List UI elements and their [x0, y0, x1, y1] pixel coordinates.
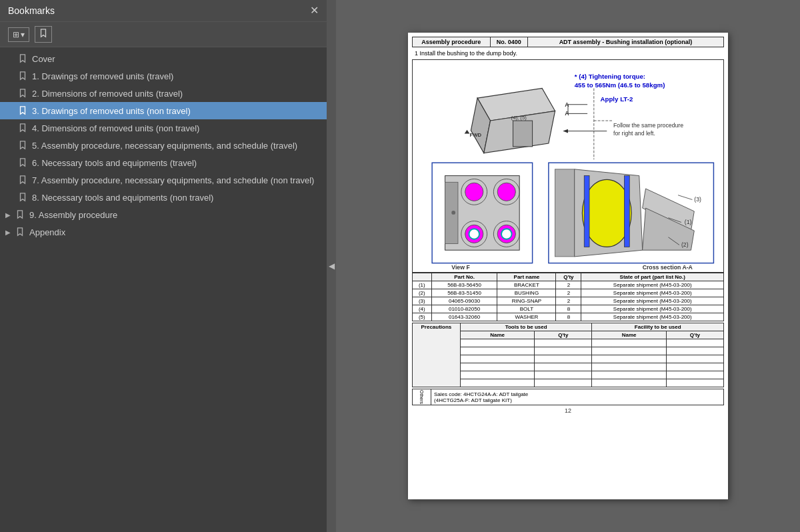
bookmark-item-appendix[interactable]: ▶ Appendix — [0, 223, 327, 241]
svg-point-38 — [582, 179, 631, 247]
bookmark-label: 4. Dimensions of removed units (non trav… — [32, 123, 321, 133]
sidebar-toolbar: ⊞ ▾ — [0, 22, 327, 47]
part-state: Separate shipment (M45-03-200) — [581, 297, 724, 305]
svg-text:(1): (1) — [685, 219, 692, 225]
part-name: RING-SNAP — [497, 297, 556, 305]
bookmark-label: 3. Drawings of removed units (non travel… — [32, 106, 321, 116]
bookmark-icon — [17, 192, 28, 203]
svg-text:(2): (2) — [681, 241, 689, 248]
bookmark-item-item9[interactable]: ▶ 9. Assembly procedure — [0, 206, 327, 223]
svg-point-33 — [451, 211, 455, 215]
parts-row: (4) 01010-82050 BOLT 8 Separate shipment… — [413, 305, 724, 313]
parts-row: (2) 56B-83-51450 BUSHING 2 Separate ship… — [413, 289, 724, 297]
svg-text:* (4) Tightening torque:: * (4) Tightening torque: — [575, 73, 645, 80]
svg-rect-22 — [445, 182, 458, 243]
bookmark-new-button[interactable] — [35, 26, 52, 43]
bookmark-icon — [17, 140, 28, 151]
svg-point-32 — [501, 229, 512, 239]
svg-text:View F: View F — [451, 264, 469, 271]
expand-arrow[interactable]: ▶ — [5, 229, 15, 236]
bookmark-item-item6[interactable]: 6. Necessary tools and equipments (trave… — [0, 154, 327, 171]
grid-icon: ⊞ — [13, 30, 19, 39]
part-no: 04065-09030 — [431, 297, 497, 305]
parts-table: Part No. Part name Q'ty State of part (p… — [412, 273, 724, 321]
precautions-header: Precautions — [413, 323, 461, 387]
sales-code: Sales code: 4HCTG24A-A: ADT tailgate (4H… — [431, 389, 724, 405]
sidebar: Bookmarks ✕ ⊞ ▾ Cover 1. Drawings of rem… — [0, 0, 327, 532]
bookmark-label: 7. Assembly procedure, necessary equipme… — [32, 175, 321, 185]
svg-text:Cross section A-A: Cross section A-A — [643, 264, 693, 271]
part-name: BRACKET — [497, 281, 556, 289]
tools-name-header: Name — [460, 331, 534, 339]
bookmark-item-item3[interactable]: 3. Drawings of removed units (non travel… — [0, 102, 327, 119]
bookmark-icon — [17, 123, 28, 133]
svg-text:Follow the same procedure: Follow the same procedure — [613, 122, 683, 129]
part-num: (3) — [413, 297, 432, 305]
part-qty: 8 — [556, 313, 581, 321]
part-state: Separate shipment (M45-03-200) — [581, 313, 724, 321]
bookmark-item-item4[interactable]: 4. Dimensions of removed units (non trav… — [0, 119, 327, 137]
document-page: Assembly procedure No. 0400 ADT assembly… — [408, 33, 728, 499]
part-name: WASHER — [497, 313, 556, 321]
tools-qty-header: Q'ty — [535, 331, 592, 339]
svg-rect-39 — [584, 176, 589, 247]
diagram-area: * (4) Tightening torque: 455 to 565Nm (4… — [412, 59, 724, 273]
part-state: Separate shipment (M45-03-200) — [581, 289, 724, 297]
svg-text:(4), (5): (4), (5) — [511, 115, 527, 121]
svg-text:Apply LT-2: Apply LT-2 — [601, 95, 633, 103]
bookmark-item-cover[interactable]: Cover — [0, 50, 327, 67]
expand-arrow[interactable]: ▶ — [5, 211, 15, 219]
parts-header-num — [413, 273, 432, 281]
bookmark-icon — [39, 29, 47, 40]
part-no: 56B-83-51450 — [431, 289, 497, 297]
bookmark-icon — [17, 105, 28, 116]
svg-rect-12 — [513, 121, 532, 147]
part-name: BUSHING — [497, 289, 556, 297]
bookmark-item-item7[interactable]: 7. Assembly procedure, necessary equipme… — [0, 171, 327, 189]
parts-header-partname: Part name — [497, 273, 556, 281]
bookmark-label: 9. Assembly procedure — [29, 210, 321, 220]
svg-point-24 — [465, 183, 483, 201]
part-no: 01643-32060 — [431, 313, 497, 321]
page-number: 12 — [412, 407, 724, 414]
bookmark-item-item2[interactable]: 2. Dimensions of removed units (travel) — [0, 85, 327, 102]
svg-rect-36 — [555, 169, 575, 257]
svg-rect-40 — [624, 176, 629, 247]
part-qty: 8 — [556, 305, 581, 313]
bookmark-label: 8. Necessary tools and equipments (non t… — [32, 193, 321, 203]
header-col3: ADT assembly - Bushing installation (opt… — [527, 37, 723, 47]
svg-text:FWD: FWD — [469, 132, 481, 138]
facility-qty-header: Q'ty — [666, 331, 723, 339]
tools-header: Tools to be used — [460, 323, 592, 331]
close-button[interactable]: ✕ — [310, 5, 319, 16]
bookmark-label: 6. Necessary tools and equipments (trave… — [32, 158, 321, 168]
part-qty: 2 — [556, 297, 581, 305]
bookmark-icon — [17, 175, 28, 185]
main-content: Assembly procedure No. 0400 ADT assembly… — [336, 0, 800, 532]
bookmark-item-item1[interactable]: 1. Drawings of removed units (travel) — [0, 67, 327, 85]
bookmark-icon — [17, 71, 28, 81]
bookmark-label: Cover — [32, 54, 321, 64]
assembly-diagram: * (4) Tightening torque: 455 to 565Nm (4… — [413, 60, 723, 272]
bookmark-label: Appendix — [29, 227, 321, 237]
part-num: (5) — [413, 313, 432, 321]
dropdown-arrow: ▾ — [21, 30, 25, 39]
header-col1: Assembly procedure — [413, 37, 491, 47]
view-grid-button[interactable]: ⊞ ▾ — [8, 27, 29, 42]
bookmark-item-item5[interactable]: 5. Assembly procedure, necessary equipme… — [0, 137, 327, 154]
others-label: Others — [413, 389, 431, 405]
parts-row: (1) 56B-83-56450 BRACKET 2 Separate ship… — [413, 281, 724, 289]
collapse-panel-button[interactable]: ◀ — [327, 0, 336, 532]
facility-header: Facility to be used — [592, 323, 724, 331]
bookmark-icon — [17, 157, 28, 168]
sidebar-title: Bookmarks — [8, 5, 55, 16]
parts-header-qty: Q'ty — [556, 273, 581, 281]
header-col2: No. 0400 — [490, 37, 527, 47]
svg-point-26 — [497, 183, 515, 201]
bookmark-item-item8[interactable]: 8. Necessary tools and equipments (non t… — [0, 189, 327, 206]
parts-row: (5) 01643-32060 WASHER 8 Separate shipme… — [413, 313, 724, 321]
bookmark-icon — [17, 88, 28, 99]
part-qty: 2 — [556, 281, 581, 289]
svg-text:455 to 565Nm (46.5 to 58kgm): 455 to 565Nm (46.5 to 58kgm) — [575, 81, 665, 89]
chevron-left-icon: ◀ — [329, 261, 335, 271]
